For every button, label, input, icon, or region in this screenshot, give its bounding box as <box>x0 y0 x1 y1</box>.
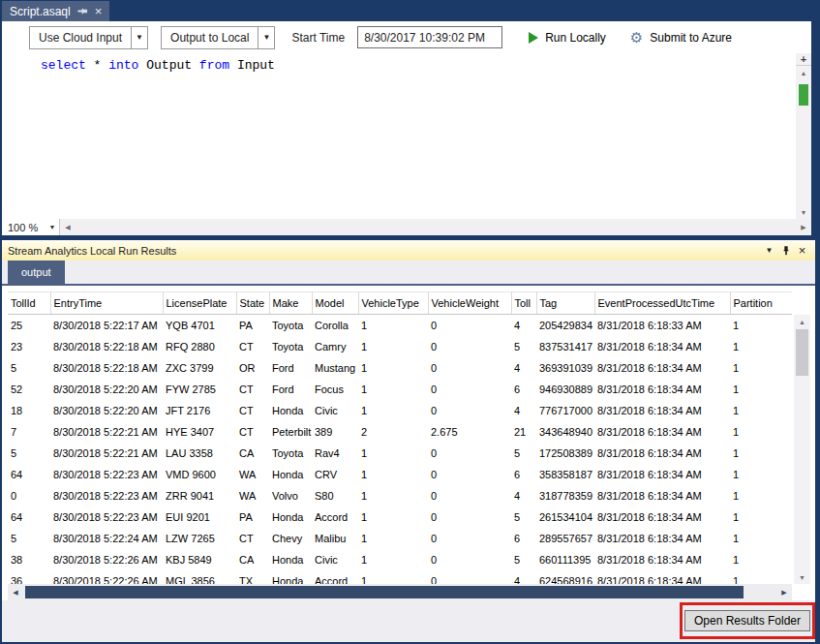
submit-to-azure-button[interactable]: ⚙ Submit to Azure <box>624 25 738 50</box>
table-cell: Ford <box>269 379 312 400</box>
table-row[interactable]: 78/30/2018 5:22:21 AMHYE 3407CTPeterbilt… <box>8 421 792 443</box>
column-header-vehicleweight[interactable]: VehicleWeight <box>428 292 511 315</box>
window-position-icon[interactable]: ▼ <box>761 243 777 259</box>
tab-script-asaql[interactable]: Script.asaql × <box>2 1 109 21</box>
code-editor[interactable]: select * into Output from Input + ▲ ▼ <box>2 53 811 219</box>
scroll-right-icon[interactable]: ▶ <box>776 584 792 600</box>
code-line[interactable]: select * into Output from Input <box>41 58 275 73</box>
scroll-left-icon[interactable]: ◀ <box>8 584 23 600</box>
column-header-tag[interactable]: Tag <box>536 292 594 315</box>
table-cell: 1 <box>730 549 792 570</box>
chevron-down-icon[interactable]: ▼ <box>258 27 274 48</box>
table-header-row: TollIdEntryTimeLicensePlateStateMakeMode… <box>8 292 792 315</box>
close-icon[interactable]: × <box>95 6 103 16</box>
table-cell: 1 <box>730 400 792 421</box>
table-cell: 8/31/2018 6:18:34 AM <box>594 443 730 464</box>
pin-icon[interactable] <box>777 243 794 259</box>
scroll-down-icon[interactable]: ▼ <box>796 205 811 219</box>
table-cell: 660111395 <box>536 549 594 570</box>
editor-horizontal-scrollbar[interactable]: ◀ ▶ <box>60 219 811 235</box>
table-cell: 1 <box>358 443 428 464</box>
table-row[interactable]: 648/30/2018 5:22:23 AMVMD 9600WAHondaCRV… <box>8 464 792 485</box>
table-cell: EUI 9201 <box>163 506 236 528</box>
table-row[interactable]: 58/30/2018 5:22:18 AMZXC 3799ORFordMusta… <box>8 357 792 379</box>
column-header-eventprocessedutctime[interactable]: EventProcessedUtcTime <box>594 292 730 315</box>
column-header-make[interactable]: Make <box>269 292 312 315</box>
table-row[interactable]: 08/30/2018 5:22:23 AMZRR 9041WAVolvoS801… <box>8 485 792 506</box>
table-cell: Accord <box>312 506 358 528</box>
code-token: Input <box>229 58 275 73</box>
table-cell: 8/30/2018 5:22:20 AM <box>50 400 163 421</box>
tab-output[interactable]: output <box>8 261 65 284</box>
table-cell: CT <box>236 336 269 357</box>
scroll-left-icon[interactable]: ◀ <box>60 219 76 235</box>
scroll-up-icon[interactable]: ▲ <box>796 66 811 79</box>
table-cell: 0 <box>428 379 511 400</box>
table-cell: 0 <box>428 549 511 570</box>
output-target-dropdown[interactable]: Output to Local ▼ <box>161 26 275 49</box>
run-locally-button[interactable]: Run Locally <box>523 25 612 50</box>
table-cell: 5 <box>511 336 536 357</box>
column-header-tollid[interactable]: TollId <box>8 292 50 315</box>
column-header-partition[interactable]: Partition <box>730 292 792 315</box>
scrollbar-thumb[interactable] <box>796 329 808 376</box>
chevron-down-icon[interactable]: ▼ <box>131 27 147 48</box>
table-row[interactable]: 368/30/2018 5:22:26 AMMGL 3856TXHondaAcc… <box>8 570 792 585</box>
table-cell: Camry <box>312 336 358 357</box>
chevron-down-icon[interactable]: ▼ <box>46 224 59 230</box>
table-cell: 23 <box>8 336 50 357</box>
table-cell: 624568916 <box>536 570 594 585</box>
open-results-folder-button[interactable]: Open Results Folder <box>684 610 810 631</box>
scrollbar-thumb[interactable] <box>25 586 744 598</box>
table-row[interactable]: 648/30/2018 5:22:23 AMEUI 9201PAHondaAcc… <box>8 506 792 528</box>
submit-to-azure-label: Submit to Azure <box>650 31 732 45</box>
table-cell: PA <box>236 315 269 336</box>
table-cell: 8/30/2018 5:22:23 AM <box>50 464 163 485</box>
zoom-level-dropdown[interactable]: 100 % ▼ <box>2 219 60 235</box>
gears-icon: ⚙ <box>630 31 643 45</box>
input-source-dropdown[interactable]: Use Cloud Input ▼ <box>29 26 148 49</box>
table-cell: LZW 7265 <box>163 528 236 549</box>
table-cell: 36 <box>8 570 50 585</box>
tab-output-label: output <box>21 266 51 278</box>
close-icon[interactable]: × <box>794 243 810 259</box>
table-row[interactable]: 58/30/2018 5:22:24 AMLZW 7265CTChevyMali… <box>8 528 792 549</box>
table-row[interactable]: 388/30/2018 5:22:26 AMKBJ 5849CAHondaCiv… <box>8 549 792 570</box>
table-row[interactable]: 238/30/2018 5:22:18 AMRFQ 2880CTToyotaCa… <box>8 336 792 357</box>
pin-icon[interactable] <box>77 6 88 16</box>
table-row[interactable]: 258/30/2018 5:22:17 AMYQB 4701PAToyotaCo… <box>8 315 792 336</box>
table-cell: 1 <box>358 549 428 570</box>
scroll-up-icon[interactable]: ▲ <box>794 315 810 328</box>
table-cell: Chevy <box>269 528 312 549</box>
column-header-model[interactable]: Model <box>312 292 358 315</box>
start-time-input[interactable] <box>357 26 502 48</box>
column-header-toll[interactable]: Toll <box>511 292 536 315</box>
stream-analytics-window: Script.asaql × Use Cloud Input ▼ Output … <box>0 0 820 644</box>
table-cell: 8/31/2018 6:18:34 AM <box>594 400 730 421</box>
code-token: from <box>199 58 229 73</box>
results-panel-header: Stream Analytics Local Run Results ▼ × <box>2 240 815 261</box>
table-cell: 0 <box>428 315 511 336</box>
table-cell: 1 <box>358 400 428 421</box>
table-cell: 8/31/2018 6:18:34 AM <box>594 570 730 585</box>
column-header-entrytime[interactable]: EntryTime <box>50 292 163 315</box>
column-header-state[interactable]: State <box>236 292 269 315</box>
grid-vertical-scrollbar[interactable]: ▲ ▼ <box>794 315 810 584</box>
table-cell: TX <box>236 570 269 585</box>
split-window-handle[interactable]: + <box>796 53 811 66</box>
table-cell: 5 <box>511 506 536 528</box>
column-header-licenseplate[interactable]: LicensePlate <box>163 292 236 315</box>
table-cell: 369391039 <box>536 357 594 379</box>
table-cell: 0 <box>428 443 511 464</box>
table-row[interactable]: 188/30/2018 5:22:20 AMJFT 2176CTHondaCiv… <box>8 400 792 421</box>
table-row[interactable]: 528/30/2018 5:22:20 AMFYW 2785CTFordFocu… <box>8 379 792 400</box>
scroll-right-icon[interactable]: ▶ <box>796 219 811 235</box>
column-header-vehicletype[interactable]: VehicleType <box>358 292 428 315</box>
editor-vertical-scrollbar[interactable]: + ▲ ▼ <box>796 53 811 219</box>
table-row[interactable]: 58/30/2018 5:22:21 AMLAU 3358CAToyotaRav… <box>8 443 792 464</box>
table-cell: 8/31/2018 6:18:34 AM <box>594 379 730 400</box>
grid-horizontal-scrollbar[interactable]: ◀ ▶ <box>8 584 792 600</box>
results-content: TollIdEntryTimeLicensePlateStateMakeMode… <box>2 286 815 600</box>
table-cell: 1 <box>358 485 428 506</box>
scroll-down-icon[interactable]: ▼ <box>794 570 810 584</box>
